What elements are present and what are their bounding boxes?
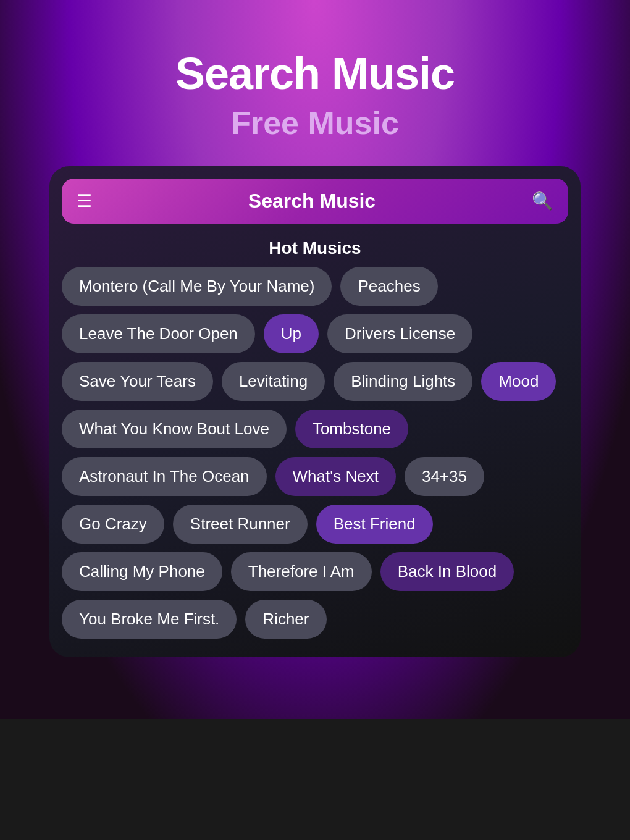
tag-item[interactable]: Richer [245, 600, 326, 639]
tag-item[interactable]: Peaches [340, 267, 437, 306]
hero-title: Search Music [12, 49, 618, 98]
hot-musics-label: Hot Musics [49, 224, 581, 267]
menu-icon[interactable]: ☰ [77, 191, 92, 211]
tag-item[interactable]: Leave The Door Open [62, 314, 255, 353]
search-icon[interactable]: 🔍 [532, 191, 553, 211]
hero-section: Search Music Free Music ☰ Search Music 🔍… [0, 0, 630, 719]
tag-item[interactable]: Go Crazy [62, 505, 164, 544]
search-bar: ☰ Search Music 🔍 [62, 178, 568, 224]
tag-item[interactable]: Blinding Lights [334, 362, 472, 401]
tags-container: Montero (Call Me By Your Name)PeachesLea… [49, 267, 581, 639]
tag-item[interactable]: Back In Blood [380, 552, 514, 591]
tag-item[interactable]: You Broke Me First. [62, 600, 237, 639]
tag-item[interactable]: Montero (Call Me By Your Name) [62, 267, 332, 306]
tag-item[interactable]: Calling My Phone [62, 552, 222, 591]
tag-item[interactable]: What's Next [275, 457, 396, 496]
tag-item[interactable]: Drivers License [327, 314, 472, 353]
tag-item[interactable]: Levitating [222, 362, 325, 401]
search-bar-title: Search Music [92, 190, 532, 212]
tag-item[interactable]: Astronaut In The Ocean [62, 457, 267, 496]
tag-item[interactable]: What You Know Bout Love [62, 410, 287, 448]
tag-item[interactable]: Best Friend [316, 505, 433, 544]
tag-item[interactable]: Street Runner [173, 505, 308, 544]
tag-item[interactable]: Tombstone [295, 410, 408, 448]
tag-item[interactable]: 34+35 [405, 457, 484, 496]
tag-item[interactable]: Up [264, 314, 319, 353]
main-card: ☰ Search Music 🔍 Hot Musics Montero (Cal… [49, 166, 581, 657]
tag-item[interactable]: Save Your Tears [62, 362, 213, 401]
hero-subtitle: Free Music [12, 104, 618, 141]
tag-item[interactable]: Mood [481, 362, 556, 401]
tag-item[interactable]: Therefore I Am [231, 552, 372, 591]
